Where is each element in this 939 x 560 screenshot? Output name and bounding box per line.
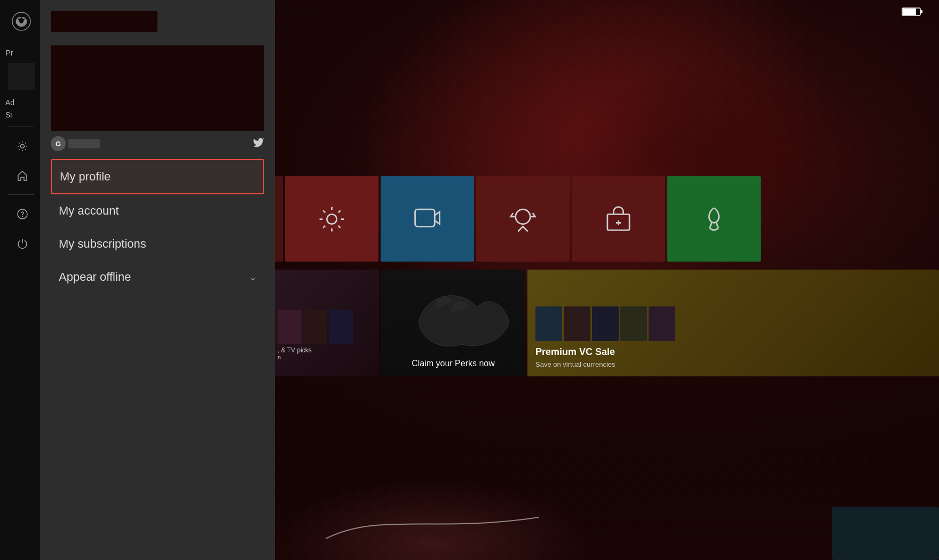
card-movies-text: , & TV picks n (278, 346, 312, 360)
tile-settings[interactable] (285, 176, 378, 262)
svg-point-7 (327, 214, 336, 224)
card-premium-subtitle: Save on virtual currencies (535, 360, 931, 368)
movie-thumb-2 (303, 310, 327, 344)
sidebar-divider-2 (9, 194, 34, 195)
tiles-row (272, 176, 939, 262)
svg-point-1 (20, 144, 24, 148)
sidebar-sign-label: Si (5, 111, 12, 119)
gamerscore-icon: G (51, 136, 66, 151)
profile-avatar-large (51, 45, 264, 131)
sidebar-item-power[interactable] (0, 228, 43, 258)
sidebar-item-help[interactable] (0, 199, 43, 228)
svg-point-9 (516, 209, 531, 224)
movie-thumb-1 (278, 310, 302, 344)
chevron-down-icon: ⌄ (249, 272, 256, 282)
sidebar-avatar-small (8, 63, 35, 90)
card-premium[interactable]: Premium VC Sale Save on virtual currenci… (527, 270, 939, 376)
svg-point-3 (22, 216, 22, 216)
game-thumb-2 (564, 306, 590, 341)
tile-gamepass[interactable] (667, 176, 761, 262)
tile-video[interactable] (381, 176, 474, 262)
game-thumb-1 (535, 306, 562, 341)
card-dragon-text: Claim your Perks now (412, 359, 495, 368)
sidebar-add-label: Ad (5, 98, 14, 107)
card-movies[interactable]: , & TV picks n (272, 270, 379, 376)
sidebar: Pr Ad Si (0, 0, 43, 560)
menu-items-container: My profile My account My subscriptions A… (40, 159, 275, 560)
svg-point-0 (12, 12, 30, 30)
menu-item-appear-offline[interactable]: Appear offline ⌄ (51, 261, 264, 294)
sidebar-item-home[interactable] (0, 161, 43, 190)
svg-rect-5 (920, 10, 922, 13)
sidebar-divider-1 (9, 127, 34, 127)
menu-item-my-profile[interactable]: My profile (51, 159, 264, 194)
menu-item-my-account[interactable]: My account (51, 194, 264, 227)
twitter-icon[interactable] (252, 137, 264, 151)
top-bar (886, 0, 939, 23)
svg-rect-6 (903, 9, 916, 15)
profile-avatar-section (40, 45, 275, 131)
game-thumb-5 (649, 306, 675, 341)
cards-row: , & TV picks n Claim your Perks now (272, 270, 939, 376)
menu-item-my-subscriptions[interactable]: My subscriptions (51, 227, 264, 261)
bottom-area (272, 453, 939, 560)
main-content: , & TV picks n Claim your Perks now (272, 0, 939, 560)
xbox-logo[interactable] (11, 11, 32, 32)
movie-thumb-3 (329, 310, 353, 344)
tile-store[interactable] (572, 176, 665, 262)
bottom-right-teal (832, 507, 939, 560)
sidebar-pro-label: Pr (5, 48, 13, 57)
svg-rect-8 (415, 209, 435, 226)
battery-icon (902, 6, 923, 17)
gamertag-icons-row: G (40, 131, 275, 156)
profile-header (40, 0, 275, 45)
card-premium-images (535, 306, 931, 341)
profile-panel: G My profile My account My subscriptions… (40, 0, 275, 560)
card-dragon[interactable]: Claim your Perks now (381, 270, 525, 376)
game-thumb-3 (592, 306, 619, 341)
sidebar-item-settings[interactable] (0, 131, 43, 161)
username-bar (51, 11, 157, 32)
game-thumb-4 (620, 306, 647, 341)
tile-achievements[interactable] (476, 176, 570, 262)
gamertag-redacted (68, 139, 100, 148)
card-premium-title: Premium VC Sale (535, 346, 931, 358)
